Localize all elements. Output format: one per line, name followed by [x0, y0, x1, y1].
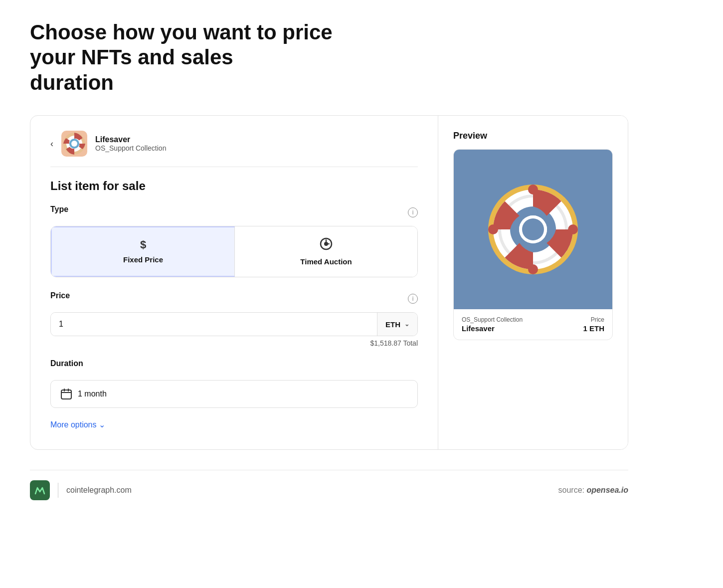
type-field-header: Type i	[50, 205, 418, 220]
preview-label: Preview	[453, 131, 613, 141]
page-title: Choose how you want to price your NFTs a…	[30, 20, 379, 95]
nft-price-value: 1 ETH	[583, 324, 604, 333]
svg-point-23	[522, 218, 544, 240]
duration-value: 1 month	[78, 390, 107, 398]
timed-auction-option[interactable]: Timed Auction	[235, 226, 417, 277]
nft-preview-image	[454, 150, 612, 309]
section-title: List item for sale	[50, 179, 418, 193]
price-input-row: ETH ⌄	[50, 312, 418, 336]
item-thumbnail	[61, 131, 87, 157]
main-card: ‹ Lifesaver OS_Support Collection	[30, 115, 628, 450]
nft-item-name: Lifesaver	[462, 324, 523, 333]
nft-item-details: OS_Support Collection Lifesaver	[462, 316, 523, 333]
dollar-icon: $	[140, 238, 146, 251]
svg-point-20	[528, 264, 538, 274]
svg-rect-8	[61, 390, 71, 399]
footer-domain: cointelegraph.com	[66, 486, 132, 495]
more-options-link[interactable]: More options ⌄	[50, 420, 418, 429]
more-options-chevron-icon: ⌄	[99, 420, 105, 429]
currency-selector[interactable]: ETH ⌄	[377, 313, 417, 336]
svg-point-21	[488, 224, 498, 234]
fixed-price-option[interactable]: $ Fixed Price	[51, 226, 235, 277]
price-info-icon[interactable]: i	[408, 294, 418, 304]
price-section: Price i ETH ⌄ $1,518.87 Total	[50, 291, 418, 347]
footer-source: source: opensea.io	[558, 486, 629, 495]
item-collection: OS_Support Collection	[95, 144, 166, 152]
timed-auction-label: Timed Auction	[300, 257, 352, 266]
item-header: ‹ Lifesaver OS_Support Collection	[50, 131, 418, 167]
price-label: Price	[50, 291, 70, 300]
type-selector: $ Fixed Price Timed Auction	[50, 226, 418, 277]
nft-price-label: Price	[583, 316, 604, 323]
footer-divider	[58, 483, 58, 498]
duration-label: Duration	[50, 359, 83, 368]
currency-chevron-icon: ⌄	[404, 321, 409, 328]
item-info: Lifesaver OS_Support Collection	[95, 135, 166, 152]
clock-icon	[320, 237, 333, 253]
currency-value: ETH	[385, 320, 400, 329]
price-field-header: Price i	[50, 291, 418, 306]
source-prefix: source:	[558, 486, 584, 494]
right-panel: Preview	[438, 116, 628, 449]
duration-section: Duration 1 month	[50, 359, 418, 408]
type-label: Type	[50, 205, 68, 214]
svg-point-18	[528, 185, 538, 195]
type-info-icon[interactable]: i	[408, 207, 418, 217]
svg-point-3	[71, 141, 77, 147]
fixed-price-label: Fixed Price	[123, 255, 163, 264]
nft-price-details: Price 1 ETH	[583, 316, 604, 333]
back-button[interactable]: ‹	[50, 139, 53, 149]
footer-left: cointelegraph.com	[30, 480, 132, 500]
left-panel: ‹ Lifesaver OS_Support Collection	[30, 116, 438, 449]
duration-field[interactable]: 1 month	[50, 380, 418, 408]
lifesaver-svg	[483, 180, 583, 279]
nft-collection-name: OS_Support Collection	[462, 316, 523, 323]
page-footer: cointelegraph.com source: opensea.io	[30, 470, 628, 500]
price-total: $1,518.87 Total	[50, 339, 418, 347]
item-name: Lifesaver	[95, 135, 166, 144]
nft-preview-info: OS_Support Collection Lifesaver Price 1 …	[454, 309, 612, 340]
nft-preview-card: OS_Support Collection Lifesaver Price 1 …	[453, 149, 613, 340]
svg-point-19	[568, 224, 578, 234]
more-options-label: More options	[50, 420, 97, 429]
price-input[interactable]	[51, 313, 377, 336]
duration-field-header: Duration	[50, 359, 418, 374]
source-name: opensea.io	[586, 486, 628, 494]
calendar-icon	[61, 389, 72, 399]
footer-logo	[30, 480, 50, 500]
